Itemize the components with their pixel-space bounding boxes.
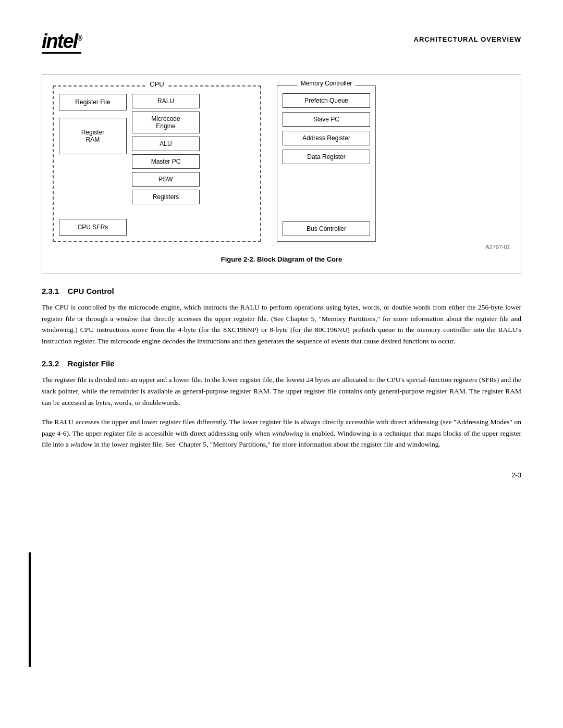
section-232-paragraph-1: The register file is divided into an upp… [42, 374, 521, 408]
registers-box: Registers [132, 190, 200, 204]
register-ram-box: Register RAM [59, 118, 127, 154]
page-number: 2-3 [42, 471, 521, 479]
alu-box: ALU [132, 137, 200, 151]
register-file-box: Register File [59, 94, 127, 110]
cpu-label: CPU [146, 80, 167, 88]
ralu-box: RALU [132, 94, 200, 108]
section-title: ARCHITECTURAL OVERVIEW [414, 31, 521, 43]
logo-text: intel [42, 30, 77, 52]
psw-box: PSW [132, 172, 200, 187]
section-231-title: CPU Control [68, 287, 114, 295]
caption-text: Figure 2-2. Block Diagram of the Core [221, 255, 342, 263]
bus-controller-box: Bus Controller [283, 221, 370, 236]
registered-symbol: ® [77, 34, 81, 42]
section-231-number: 2.3.1 [42, 287, 59, 295]
master-pc-box: Master PC [132, 154, 200, 169]
diagram-inner: CPU Register File Register RAM CPU SFRs … [53, 85, 510, 242]
memory-controller-block: Memory Controller Prefetch Queue Slave P… [277, 85, 376, 242]
section-231-heading: 2.3.1 CPU Control [42, 287, 521, 295]
cpu-block: CPU Register File Register RAM CPU SFRs … [53, 85, 261, 242]
prefetch-queue-box: Prefetch Queue [283, 93, 370, 108]
address-register-box: Address Register [283, 131, 370, 145]
change-bar [29, 552, 31, 667]
cpu-right-column: RALU Microcode Engine ALU Master PC PSW … [132, 94, 200, 236]
slave-pc-box: Slave PC [283, 112, 370, 127]
section-231-paragraph-1: The CPU is controlled by the microcode e… [42, 302, 521, 347]
microcode-engine-box: Microcode Engine [132, 112, 200, 133]
section-232-heading: 2.3.2 Register File [42, 359, 521, 368]
section-232-paragraph-2: The RALU accesses the upper and lower re… [42, 416, 521, 450]
diagram-container: CPU Register File Register RAM CPU SFRs … [42, 75, 521, 274]
intel-logo: intel® [42, 31, 81, 54]
cpu-left-column: Register File Register RAM CPU SFRs [59, 94, 127, 236]
section-232-title: Register File [68, 359, 115, 368]
diagram-id: A2797-01 [53, 244, 510, 250]
section-232-number: 2.3.2 [42, 359, 59, 368]
cpu-inner: Register File Register RAM CPU SFRs RALU… [59, 94, 255, 236]
data-register-box: Data Register [283, 150, 370, 164]
page-header: intel® ARCHITECTURAL OVERVIEW [42, 31, 521, 54]
memory-controller-label: Memory Controller [298, 80, 356, 87]
diagram-caption: Figure 2-2. Block Diagram of the Core [53, 255, 510, 263]
cpu-sfrs-box: CPU SFRs [59, 219, 127, 236]
